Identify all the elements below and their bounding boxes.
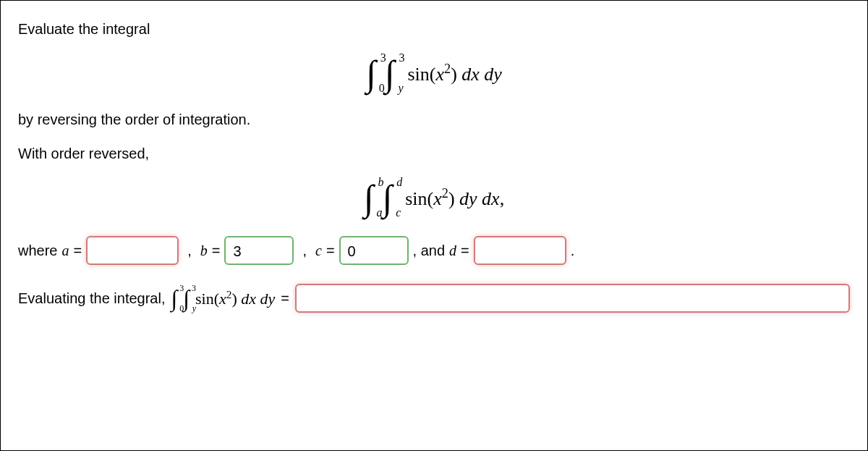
evaluate-prefix: Evaluating the integral, bbox=[18, 290, 165, 307]
inner-lower-limit-2: c bbox=[396, 207, 401, 219]
integrand-1: sin(x2) dx dy bbox=[408, 62, 502, 85]
fn-sin-2: sin( bbox=[405, 187, 433, 208]
trailing-comma: , bbox=[500, 187, 505, 208]
integrand-2: sin(x2) dy dx, bbox=[405, 186, 504, 210]
equals-a: = bbox=[73, 243, 82, 259]
outer-lower-limit: 0 bbox=[379, 83, 385, 94]
comma-2: , bbox=[302, 243, 307, 259]
exponent-2b: 2 bbox=[442, 186, 448, 201]
integral-original: ∫ 3 0 ∫ 3 y sin(x2) dx dy bbox=[18, 55, 850, 91]
eval-integrand: sin(x2) dx dy bbox=[195, 288, 275, 308]
and-label: , and bbox=[413, 243, 445, 259]
equals-c: = bbox=[326, 243, 335, 259]
var-x: x bbox=[436, 63, 445, 84]
eval-answer-input[interactable] bbox=[295, 284, 850, 313]
dy: dy bbox=[484, 63, 502, 84]
reversed-text: With order reversed, bbox=[18, 146, 850, 162]
equals-d: = bbox=[461, 243, 469, 259]
b-label: b bbox=[200, 243, 208, 259]
eval-var-x: x bbox=[219, 290, 226, 308]
eval-dx: dx bbox=[241, 290, 256, 308]
outer-lower-limit-2: a bbox=[377, 207, 383, 219]
integral-sign-inner-2: ∫ d c bbox=[383, 180, 393, 216]
limits-answer-row: where a = , b = 3 , c = 0 , and d = . bbox=[18, 236, 850, 265]
inner-upper-limit: 3 bbox=[399, 52, 405, 64]
b-input[interactable]: 3 bbox=[224, 236, 294, 265]
where-label: where bbox=[18, 243, 57, 259]
fn-sin: sin( bbox=[408, 63, 436, 84]
close-paren: ) bbox=[451, 63, 461, 84]
c-input[interactable]: 0 bbox=[339, 236, 409, 265]
integral-sign-outer: ∫ 3 0 bbox=[366, 55, 376, 91]
dy-2: dy bbox=[459, 187, 477, 208]
eval-sin: sin( bbox=[195, 290, 219, 308]
integral-sign-outer-2: ∫ b a bbox=[364, 180, 374, 216]
period: . bbox=[571, 243, 575, 259]
eval-inner-upper: 3 bbox=[192, 284, 196, 292]
mid-text: by reversing the order of integration. bbox=[18, 111, 850, 128]
d-input[interactable] bbox=[474, 236, 566, 265]
dx: dx bbox=[461, 63, 480, 84]
equals-b: = bbox=[212, 243, 221, 259]
eval-close-paren: ) bbox=[231, 290, 241, 308]
comma-1: , bbox=[187, 243, 192, 259]
inner-upper-limit-2: d bbox=[396, 177, 402, 188]
a-input[interactable] bbox=[86, 236, 179, 265]
eval-equals: = bbox=[281, 290, 289, 307]
eval-dy: dy bbox=[260, 290, 276, 308]
a-label: a bbox=[61, 243, 69, 259]
var-x-2: x bbox=[433, 187, 442, 208]
intro-text: Evaluate the integral bbox=[18, 21, 850, 38]
exponent-2: 2 bbox=[444, 62, 451, 76]
eval-integral-sign-outer: ∫ 3 0 bbox=[171, 287, 177, 310]
eval-inner-lower: y bbox=[192, 304, 196, 313]
c-label: c bbox=[315, 243, 322, 259]
d-label: d bbox=[449, 243, 456, 259]
evaluate-row: Evaluating the integral, ∫ 3 0 ∫ 3 y sin… bbox=[18, 284, 850, 313]
integral-reversed: ∫ b a ∫ d c sin(x2) dy dx, bbox=[18, 180, 850, 216]
integral-sign-inner: ∫ 3 y bbox=[385, 55, 395, 91]
dx-2: dx bbox=[482, 187, 500, 208]
eval-integral-sign-inner: ∫ 3 y bbox=[183, 287, 190, 310]
close-paren-2: ) bbox=[448, 187, 459, 208]
inner-lower-limit: y bbox=[398, 83, 403, 94]
